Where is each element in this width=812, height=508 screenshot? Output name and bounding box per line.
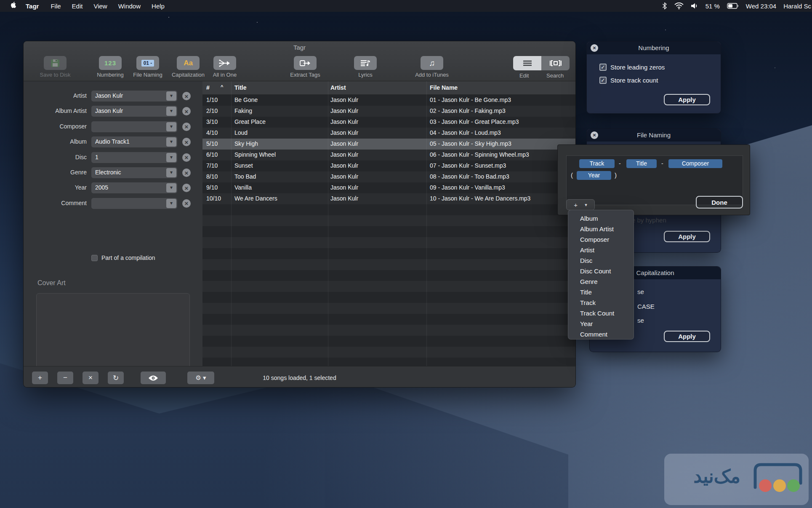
table-row[interactable]	[202, 204, 576, 215]
table-row[interactable]	[202, 215, 576, 226]
table-row[interactable]	[202, 347, 576, 358]
table-row[interactable]: 8/10Too BadJason Kulr08 - Jason Kulr - T…	[202, 171, 576, 182]
column-artist[interactable]: Artist	[330, 84, 346, 91]
menu-file[interactable]: File	[45, 3, 66, 10]
file-naming-apply-button[interactable]: Apply	[664, 231, 710, 242]
itunes-note-icon[interactable]: ♫	[421, 56, 443, 70]
menu-item-track-count[interactable]: Track Count	[568, 308, 634, 318]
column-file-name[interactable]: File Name	[430, 84, 458, 91]
file-naming-icon[interactable]: 01 -	[136, 56, 159, 70]
clear-field-button[interactable]: ×	[182, 199, 191, 208]
token-title[interactable]: Title	[626, 159, 657, 168]
table-row[interactable]	[202, 259, 576, 270]
table-row[interactable]: 2/10FakingJason Kulr02 - Jason Kulr - Fa…	[202, 106, 576, 117]
column-number[interactable]: #	[206, 84, 210, 91]
menu-item-genre[interactable]: Genre	[568, 276, 634, 287]
chevron-down-icon[interactable]: ▾	[166, 199, 176, 208]
menu-item-comment[interactable]: Comment	[568, 329, 634, 340]
menu-item-title[interactable]: Title	[568, 287, 634, 297]
toolbar-numbering[interactable]: 123 Numbering	[91, 56, 129, 78]
menu-tagr[interactable]: Tagr	[19, 3, 45, 10]
table-row[interactable]	[202, 248, 576, 259]
field-combo[interactable]: ▾	[91, 198, 177, 209]
capitalization-icon[interactable]: Aa	[177, 56, 200, 70]
store-track-count-checkbox[interactable]: ✓	[599, 77, 607, 84]
table-row[interactable]: 4/10LoudJason Kulr04 - Jason Kulr - Loud…	[202, 128, 576, 139]
table-row[interactable]	[202, 237, 576, 248]
field-combo[interactable]: Jason Kulr▾	[91, 106, 177, 117]
menu-item-disc-count[interactable]: Disc Count	[568, 266, 634, 276]
table-row[interactable]	[202, 281, 576, 292]
menu-item-album-artist[interactable]: Album Artist	[568, 224, 634, 234]
token-year[interactable]: Year	[577, 171, 611, 180]
compilation-checkbox[interactable]	[91, 255, 98, 261]
clear-field-button[interactable]: ×	[182, 153, 191, 162]
chevron-down-icon[interactable]: ▾	[166, 122, 176, 131]
field-combo[interactable]: Electronic▾	[91, 167, 177, 178]
menu-item-track[interactable]: Track	[568, 297, 634, 308]
segment-edit[interactable]	[513, 56, 541, 70]
clear-field-button[interactable]: ×	[182, 92, 191, 100]
table-row[interactable]	[202, 336, 576, 347]
table-row[interactable]: 5/10Sky HighJason Kulr05 - Jason Kulr - …	[202, 139, 576, 150]
menu-item-year[interactable]: Year	[568, 318, 634, 329]
clock[interactable]: Wed 23:04	[746, 3, 776, 10]
menu-item-composer[interactable]: Composer	[568, 234, 634, 245]
table-row[interactable]: 10/10We Are DancersJason Kulr10 - Jason …	[202, 193, 576, 204]
table-row[interactable]: 1/10Be GoneJason Kulr01 - Jason Kulr - B…	[202, 95, 576, 106]
apple-icon[interactable]	[8, 2, 19, 11]
table-row[interactable]	[202, 325, 576, 336]
table-row[interactable]: 9/10VanillaJason Kulr09 - Jason Kulr - V…	[202, 182, 576, 193]
field-combo[interactable]: Audio Track1▾	[91, 136, 177, 147]
table-row[interactable]: 7/10SunsetJason Kulr07 - Jason Kulr - Su…	[202, 160, 576, 171]
menu-item-artist[interactable]: Artist	[568, 245, 634, 255]
numbering-icon[interactable]: 123	[99, 56, 122, 70]
chevron-down-icon[interactable]: ▾	[166, 153, 176, 162]
table-row[interactable]	[202, 314, 576, 325]
chevron-down-icon[interactable]: ▾	[166, 91, 176, 101]
segment-search[interactable]	[541, 56, 570, 70]
menu-item-disc[interactable]: Disc	[568, 255, 634, 266]
volume-icon[interactable]	[691, 3, 698, 9]
menu-item-album[interactable]: Album	[568, 213, 634, 224]
column-title[interactable]: Title	[234, 84, 247, 91]
clear-field-button[interactable]: ×	[182, 107, 191, 115]
table-row[interactable]	[202, 303, 576, 314]
table-row[interactable]	[202, 270, 576, 281]
done-button[interactable]: Done	[696, 196, 743, 209]
clear-field-button[interactable]: ×	[182, 168, 191, 177]
lyrics-icon[interactable]	[354, 56, 377, 70]
toolbar-capitalization[interactable]: Aa Capitalization	[165, 56, 211, 78]
toolbar-all-in-one[interactable]: All in One	[208, 56, 242, 78]
clear-field-button[interactable]: ×	[182, 123, 191, 131]
chevron-down-icon[interactable]: ▾	[166, 107, 176, 116]
toolbar-add-to-itunes[interactable]: ♫ Add to iTunes	[411, 56, 453, 78]
clear-field-button[interactable]: ×	[182, 184, 191, 192]
token-track[interactable]: Track	[579, 159, 615, 168]
toolbar-file-naming[interactable]: 01 - File Naming	[129, 56, 167, 78]
token-composer[interactable]: Composer	[668, 159, 722, 168]
close-icon[interactable]: ×	[591, 131, 598, 139]
file-naming-panel-title[interactable]: File Naming	[587, 129, 721, 142]
numbering-panel-title[interactable]: Numbering	[587, 42, 721, 54]
field-combo[interactable]: Jason Kulr▾	[91, 91, 177, 102]
table-row[interactable]	[202, 358, 576, 366]
table-row[interactable]	[202, 292, 576, 303]
all-in-one-icon[interactable]	[213, 56, 236, 70]
toolbar-lyrics[interactable]: Lyrics	[349, 56, 382, 78]
user-name[interactable]: Harald Sc	[783, 3, 811, 10]
table-row[interactable]: 6/10Spinning WheelJason Kulr06 - Jason K…	[202, 150, 576, 160]
field-combo[interactable]: ▾	[91, 121, 177, 132]
chevron-down-icon[interactable]: ▾	[166, 168, 176, 177]
table-row[interactable]: 3/10Great PlaceJason Kulr03 - Jason Kulr…	[202, 117, 576, 128]
field-combo[interactable]: 2005▾	[91, 182, 177, 193]
menu-edit[interactable]: Edit	[67, 3, 88, 10]
field-combo[interactable]: 1▾	[91, 152, 177, 163]
clear-field-button[interactable]: ×	[182, 138, 191, 146]
window-titlebar[interactable]: Tagr Save to Disk 123 Numbering 01 - Fil…	[24, 41, 575, 81]
menu-help[interactable]: Help	[146, 3, 170, 10]
numbering-apply-button[interactable]: Apply	[664, 94, 710, 105]
toolbar-extract-tags[interactable]: Extract Tags	[284, 56, 326, 78]
menu-view[interactable]: View	[88, 3, 112, 10]
wifi-icon[interactable]	[674, 3, 684, 9]
